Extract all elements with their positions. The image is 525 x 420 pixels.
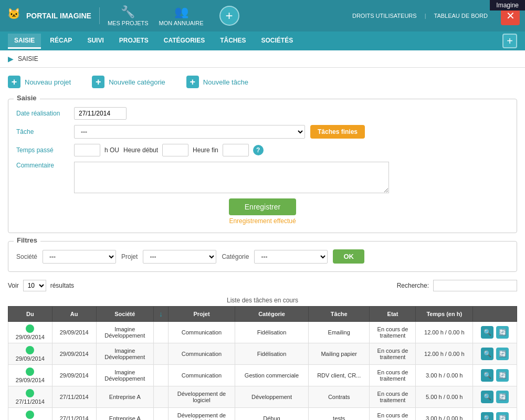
row-view-button[interactable]: 🔍 bbox=[481, 412, 494, 420]
resultats-label: résultats bbox=[50, 282, 74, 289]
row-refresh-button[interactable]: 🔄 bbox=[496, 412, 509, 420]
saisie-form-section: Saisie Date réalisation Tâche --- Tâches… bbox=[8, 99, 517, 233]
cell-projet: Développement delogiciel bbox=[168, 386, 235, 408]
tab-saisie[interactable]: SAISIE bbox=[8, 34, 41, 49]
nav-mes-projets-label: MES PROJETS bbox=[108, 20, 149, 26]
cell-societe: Entreprise A bbox=[96, 408, 153, 421]
recherche-input[interactable] bbox=[433, 280, 517, 291]
cell-tache: RDV client, CR... bbox=[308, 365, 369, 386]
cell-etat: En cours detraitement bbox=[370, 365, 416, 386]
cell-categorie: Fidélisation bbox=[235, 343, 309, 365]
cell-au: 29/09/2014 bbox=[52, 365, 96, 386]
voir-select[interactable]: 10 bbox=[23, 280, 46, 291]
cell-actions: 🔍 🔄 bbox=[473, 343, 517, 365]
societe-filter-select[interactable]: --- bbox=[43, 250, 116, 264]
cell-sort bbox=[153, 408, 168, 421]
tab-recap[interactable]: RÉCAP bbox=[44, 34, 78, 49]
tableau-de-bord-link[interactable]: TABLEAU DE BORD bbox=[434, 13, 488, 19]
col-sort[interactable]: ↓ bbox=[153, 307, 168, 322]
status-dot bbox=[26, 368, 34, 376]
table-row: 29/09/2014 29/09/2014 ImagineDéveloppeme… bbox=[8, 343, 517, 365]
col-tache: Tâche bbox=[308, 307, 369, 322]
cell-au: 29/09/2014 bbox=[52, 322, 96, 343]
heure-debut-label: Heure début bbox=[123, 146, 158, 154]
row-refresh-button[interactable]: 🔄 bbox=[496, 369, 509, 382]
tab-projets[interactable]: PROJETS bbox=[113, 34, 155, 49]
cell-categorie: Développement bbox=[235, 386, 309, 408]
nouvelle-categorie-button[interactable]: + Nouvelle catégorie bbox=[92, 76, 165, 88]
logo-text: PORTAIL IMAGINE bbox=[26, 12, 91, 20]
cell-actions: 🔍 🔄 bbox=[473, 386, 517, 408]
cell-temps: 12.00 h / 0.00 h bbox=[416, 322, 473, 343]
projet-filter-label: Projet bbox=[121, 253, 138, 260]
cell-etat: En cours detraitement bbox=[370, 343, 416, 365]
row-refresh-button[interactable]: 🔄 bbox=[496, 348, 509, 360]
filtres-section: Filtres Société --- Projet --- Catégorie… bbox=[8, 241, 517, 272]
table-row: 29/09/2014 29/09/2014 ImagineDéveloppeme… bbox=[8, 365, 517, 386]
temps-row: Temps passé h OU Heure début Heure fin ? bbox=[16, 144, 509, 156]
mes-projets-icon: 🔧 bbox=[121, 5, 135, 19]
cell-projet: Communication bbox=[168, 322, 235, 343]
categorie-filter-select[interactable]: --- bbox=[254, 250, 328, 264]
droits-utilisateurs-link[interactable]: DROITS UTILISATEURS bbox=[352, 13, 417, 19]
temps-h-input[interactable] bbox=[74, 144, 100, 156]
data-table: Du Au Société ↓ Projet Catégorie Tâche E… bbox=[8, 306, 517, 420]
cell-categorie: Fidélisation bbox=[235, 322, 309, 343]
row-view-button[interactable]: 🔍 bbox=[481, 391, 494, 403]
commentaire-row: Commentaire bbox=[16, 162, 509, 193]
top-header: 🐱 PORTAIL IMAGINE 🔧 MES PROJETS 👥 MON AN… bbox=[0, 0, 525, 32]
date-input[interactable] bbox=[74, 107, 127, 120]
cell-societe: ImagineDéveloppement bbox=[96, 343, 153, 365]
col-actions bbox=[473, 307, 517, 322]
header-add-button[interactable]: + bbox=[219, 6, 239, 26]
tab-societes[interactable]: SOCIÉTÉS bbox=[255, 34, 300, 49]
nouveau-projet-button[interactable]: + Nouveau projet bbox=[8, 76, 71, 88]
status-dot bbox=[26, 411, 34, 419]
col-etat: Etat bbox=[370, 307, 416, 322]
row-refresh-button[interactable]: 🔄 bbox=[496, 391, 509, 403]
nouveau-projet-icon: + bbox=[8, 76, 20, 88]
help-icon[interactable]: ? bbox=[253, 145, 264, 155]
date-label: Date réalisation bbox=[16, 110, 69, 117]
tache-row: Tâche --- Tâches finies bbox=[16, 125, 509, 139]
cell-societe: ImagineDéveloppement bbox=[96, 365, 153, 386]
nav-mes-projets[interactable]: 🔧 MES PROJETS bbox=[108, 5, 149, 26]
tab-suivi[interactable]: SUIVI bbox=[81, 34, 110, 49]
col-temps: Temps (en h) bbox=[416, 307, 473, 322]
commentaire-input[interactable] bbox=[74, 162, 389, 193]
cell-status: 27/11/2014 bbox=[8, 408, 52, 421]
cell-projet: Développement delogiciel bbox=[168, 408, 235, 421]
tab-taches[interactable]: TÂCHES bbox=[214, 34, 252, 49]
temps-h-label: h OU bbox=[104, 146, 119, 154]
heure-fin-input[interactable] bbox=[223, 144, 249, 156]
logo-icon: 🐱 bbox=[5, 7, 22, 24]
row-view-button[interactable]: 🔍 bbox=[481, 369, 494, 382]
projet-filter-select[interactable]: --- bbox=[143, 250, 216, 264]
cell-etat: En cours detraitement bbox=[370, 408, 416, 421]
taches-finies-button[interactable]: Tâches finies bbox=[310, 125, 365, 139]
secondary-nav-add-button[interactable]: + bbox=[502, 34, 517, 48]
ok-button[interactable]: OK bbox=[333, 249, 364, 264]
cell-au: 29/09/2014 bbox=[52, 343, 96, 365]
heure-debut-input[interactable] bbox=[162, 144, 188, 156]
nouvelle-tache-button[interactable]: + Nouvelle tâche bbox=[186, 76, 248, 88]
secondary-nav: SAISIE RÉCAP SUIVI PROJETS CATÉGORIES TÂ… bbox=[0, 32, 525, 50]
cell-societe: ImagineDéveloppement bbox=[96, 322, 153, 343]
cell-societe: Entreprise A bbox=[96, 386, 153, 408]
nav-mon-annuaire[interactable]: 👥 MON ANNUAIRE bbox=[159, 5, 204, 26]
row-view-button[interactable]: 🔍 bbox=[481, 348, 494, 360]
cell-temps: 12.00 h / 0.00 h bbox=[416, 343, 473, 365]
tab-categories[interactable]: CATÉGORIES bbox=[158, 34, 211, 49]
row-view-button[interactable]: 🔍 bbox=[481, 326, 494, 339]
enregistrer-button[interactable]: Enregistrer bbox=[229, 198, 296, 215]
tache-select[interactable]: --- bbox=[74, 125, 305, 139]
cell-au: 27/11/2014 bbox=[52, 386, 96, 408]
nav-mon-annuaire-label: MON ANNUAIRE bbox=[159, 20, 204, 26]
breadcrumb: ▶ SAISIE bbox=[0, 50, 525, 68]
cell-categorie: Débug bbox=[235, 408, 309, 421]
nouveau-projet-label: Nouveau projet bbox=[25, 78, 71, 86]
table-row: 29/09/2014 29/09/2014 ImagineDéveloppeme… bbox=[8, 322, 517, 343]
col-du: Du bbox=[8, 307, 52, 322]
cell-projet: Communication bbox=[168, 365, 235, 386]
row-refresh-button[interactable]: 🔄 bbox=[496, 326, 509, 339]
